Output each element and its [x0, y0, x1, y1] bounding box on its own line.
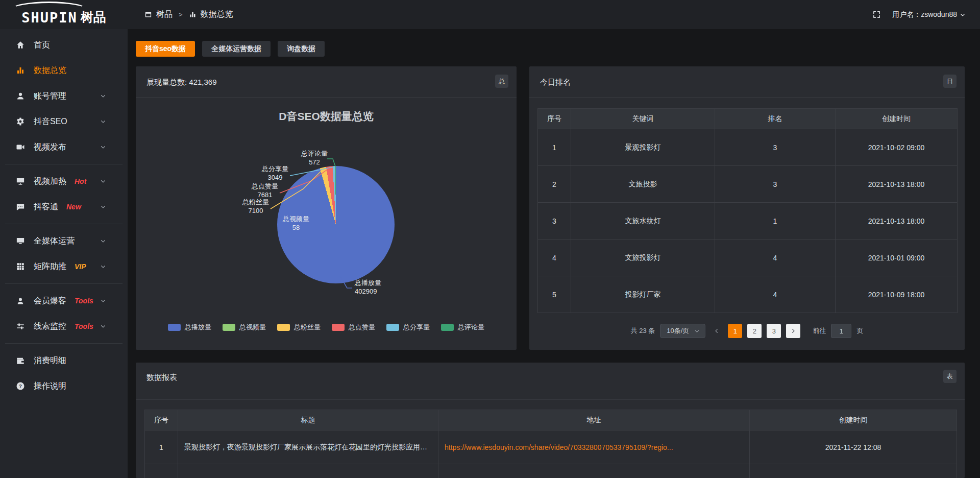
legend-item-总视频量[interactable]: 总视频量 — [223, 323, 266, 332]
table-cell: 文旅水纹灯 — [571, 203, 715, 240]
tab-2[interactable]: 全媒体运营数据 — [202, 41, 271, 57]
legend-item-总评论量[interactable]: 总评论量 — [441, 323, 484, 332]
overview-panel: 展现量总数: 421,369 总 D音SEO数据量总览 总评论量572总分享量3… — [136, 66, 517, 350]
top-header: SHUPIN 树品 树品 > 数据总览 用户名：zswodun88 — [0, 0, 980, 29]
prev-page-icon[interactable] — [710, 328, 723, 334]
tab-1[interactable]: 抖音seo数据 — [136, 41, 195, 57]
legend-item-总粉丝量[interactable]: 总粉丝量 — [277, 323, 321, 332]
sidebar-item-2[interactable]: 数据总览 — [0, 58, 128, 83]
table-badge-button[interactable]: 表 — [943, 370, 957, 383]
breadcrumb-root[interactable]: 树品 — [156, 9, 173, 20]
sidebar-item-4[interactable]: 抖音SEO — [0, 109, 128, 134]
table-row[interactable]: 4文旅投影灯42021-10-01 09:00 — [538, 240, 958, 276]
data-tabs: 抖音seo数据全媒体运营数据询盘数据 — [136, 41, 965, 57]
screen-icon — [15, 177, 26, 186]
table-row[interactable]: 5投影灯厂家42021-10-09 18:00 — [538, 276, 958, 313]
sidebar-item-13[interactable]: ?操作说明 — [0, 373, 128, 399]
chevron-down-icon — [960, 12, 966, 18]
legend-swatch — [441, 324, 454, 331]
panel-divider — [136, 97, 517, 98]
video-link[interactable]: https://www.iesdouyin.com/share/video/70… — [445, 443, 673, 451]
sidebar-item-11[interactable]: 线索监控Tools — [0, 314, 128, 339]
ranking-column-header: 序号 — [538, 109, 571, 129]
sidebar-item-7[interactable]: 抖客通New — [0, 194, 128, 220]
report-table-header: 序号标题地址创建时间 — [145, 410, 957, 431]
sidebar-item-8[interactable]: 全媒体运营 — [0, 228, 128, 254]
sidebar-item-label: 操作说明 — [34, 381, 66, 392]
chevron-right-icon — [790, 328, 796, 334]
sidebar-item-10[interactable]: 会员爆客Tools — [0, 288, 128, 314]
page-button-1[interactable]: 1 — [728, 324, 742, 338]
question-icon: ? — [15, 381, 26, 391]
ranking-table: 序号关键词排名创建时间 1景观投影灯32021-10-02 09:002文旅投影… — [537, 108, 958, 313]
table-cell: 2 — [538, 166, 571, 203]
legend-label: 总分享量 — [403, 323, 430, 332]
table-row[interactable]: 3文旅水纹灯12021-10-13 18:00 — [538, 203, 958, 240]
total-badge-button[interactable]: 总 — [495, 75, 508, 88]
sidebar-item-label: 矩阵助推 — [34, 261, 66, 272]
sidebar-item-label: 会员爆客 — [34, 296, 66, 306]
next-page-button[interactable] — [786, 324, 800, 338]
table-cell — [438, 464, 750, 478]
sidebar-nav: 首页数据总览账号管理抖音SEO视频发布视频加热Hot抖客通New全媒体运营矩阵助… — [0, 29, 128, 478]
pie-label-总点赞量: 总点赞量7681 — [252, 182, 278, 200]
page-button-2[interactable]: 2 — [747, 324, 762, 338]
sidebar-divider — [5, 164, 122, 164]
legend-item-总点赞量[interactable]: 总点赞量 — [332, 323, 375, 332]
table-row[interactable]: 1景观投影灯，夜游景观投影灯厂家展示展示落花灯在花园里的灯光投影应用效果 #ht… — [145, 431, 957, 464]
goto-page-input[interactable] — [831, 324, 851, 338]
sidebar-item-label: 抖客通 — [34, 202, 58, 212]
pie-label-value: 3049 — [262, 174, 288, 182]
sidebar-item-5[interactable]: 视频发布 — [0, 134, 128, 160]
monitor-icon — [15, 236, 26, 246]
bar-chart-icon — [189, 11, 197, 18]
table-cell: 2021-10-13 18:00 — [836, 166, 958, 203]
table-cell — [178, 464, 438, 478]
fullscreen-icon[interactable] — [872, 10, 881, 19]
table-row[interactable]: 2文旅投影32021-10-13 18:00 — [538, 166, 958, 203]
member-icon — [15, 296, 26, 305]
ranking-table-header: 序号关键词排名创建时间 — [538, 109, 958, 129]
page-button-3[interactable]: 3 — [767, 324, 781, 338]
sidebar-item-6[interactable]: 视频加热Hot — [0, 169, 128, 194]
report-column-header: 创建时间 — [750, 410, 957, 431]
sidebar-item-9[interactable]: 矩阵助推VIP — [0, 254, 128, 279]
legend-label: 总点赞量 — [349, 323, 375, 332]
page-size-select[interactable]: 10条/页 — [660, 324, 705, 338]
panel-divider — [136, 399, 965, 400]
sidebar-item-1[interactable]: 首页 — [0, 32, 128, 58]
ranking-panel: 今日排名 日 序号关键词排名创建时间 1景观投影灯32021-10-02 09:… — [529, 66, 965, 350]
legend-label: 总播放量 — [185, 323, 211, 332]
report-url-cell: https://www.iesdouyin.com/share/video/70… — [438, 431, 750, 464]
pie-label-name: 总分享量 — [262, 165, 288, 174]
pagination: 共 23 条 10条/页 123 前往 页 — [529, 323, 965, 339]
legend-item-总分享量[interactable]: 总分享量 — [386, 323, 430, 332]
legend-swatch — [168, 324, 181, 331]
pie-label-总视频量: 总视频量58 — [283, 215, 309, 232]
home-icon — [15, 40, 26, 50]
main-content: 抖音seo数据全媒体运营数据询盘数据 展现量总数: 421,369 总 D音SE… — [128, 29, 980, 478]
sidebar-item-3[interactable]: 账号管理 — [0, 83, 128, 109]
panel-divider — [529, 97, 965, 98]
bar-chart-icon — [15, 66, 26, 75]
tab-3[interactable]: 询盘数据 — [278, 41, 325, 57]
user-menu[interactable]: 用户名：zswodun88 — [892, 10, 966, 19]
legend-swatch — [332, 324, 345, 331]
chevron-down-icon — [98, 323, 108, 329]
legend-swatch — [386, 324, 399, 331]
wallet-icon — [15, 356, 26, 365]
legend-item-总播放量[interactable]: 总播放量 — [168, 323, 211, 332]
table-cell: 4 — [538, 240, 571, 276]
app-window-icon — [144, 11, 152, 18]
table-row[interactable]: 1景观投影灯32021-10-02 09:00 — [538, 129, 958, 166]
day-badge-button[interactable]: 日 — [943, 75, 957, 88]
goto-label: 前往 — [813, 326, 826, 336]
sidebar-item-badge: Tools — [75, 297, 93, 305]
pie-label-name: 总视频量 — [283, 215, 309, 224]
sidebar-item-12[interactable]: 消费明细 — [0, 348, 128, 373]
chevron-down-icon — [98, 238, 108, 244]
video-camera-icon — [15, 142, 26, 152]
report-column-header: 序号 — [145, 410, 178, 431]
table-cell: 1 — [715, 203, 836, 240]
breadcrumb-current[interactable]: 数据总览 — [201, 9, 233, 20]
